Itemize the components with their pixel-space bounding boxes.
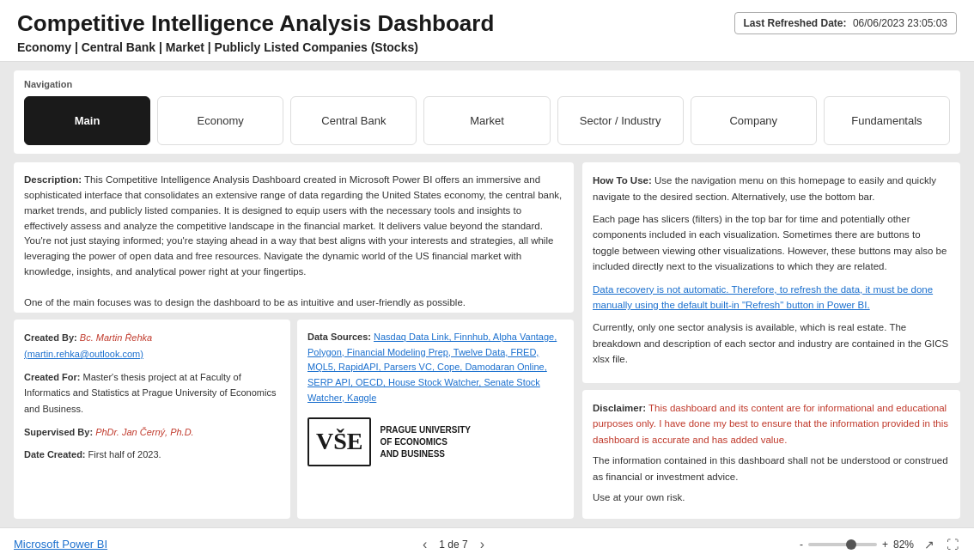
credits-date-label: Date Created:: [24, 449, 86, 460]
data-sources-box: Data Sources: Nasdaq Data Link, Finnhub,…: [297, 320, 574, 519]
page-subtitle: Economy | Central Bank | Market | Public…: [17, 40, 957, 54]
credits-created-by-name: Bc. Martin Řehka: [80, 332, 152, 343]
nav-buttons: Main Economy Central Bank Market Sector …: [24, 96, 950, 145]
howto-para3: Data recovery is not automatic. Therefor…: [593, 282, 950, 313]
data-sources-list: Nasdaq Data Link, Finnhub, Alpha Vantage…: [307, 332, 557, 402]
nav-btn-company[interactable]: Company: [691, 96, 817, 145]
page-current: 1: [439, 539, 445, 551]
description-text: This Competitive Intelligence Analysis D…: [24, 174, 562, 277]
howto-box: How To Use: Use the navigation menu on t…: [582, 162, 960, 383]
disclaimer-text3: Use at your own risk.: [593, 492, 685, 502]
description-text2: One of the main focuses was to design th…: [24, 297, 466, 307]
page-total: 7: [462, 539, 468, 551]
page-info: 1 de 7: [439, 539, 467, 551]
nav-label: Navigation: [24, 79, 950, 89]
credits-box: Created By: Bc. Martin Řehka (martin.reh…: [14, 320, 290, 519]
main-content: Navigation Main Economy Central Bank Mar…: [0, 62, 974, 527]
disclaimer-para1: Disclaimer: This dashboard and its conte…: [593, 400, 950, 447]
zoom-slider[interactable]: [808, 543, 877, 546]
university-symbol: VŠE: [307, 417, 371, 466]
credits-date-value: First half of 2023.: [88, 449, 161, 460]
zoom-thumb: [846, 539, 856, 550]
credits-supervised-by: Supervised By: PhDr. Jan Černý, Ph.D.: [24, 424, 280, 441]
credits-supervised-by-label: Supervised By:: [24, 427, 93, 437]
credits-email[interactable]: (martin.rehka@outlook.com): [24, 349, 143, 359]
description-box: Description: This Competitive Intelligen…: [14, 162, 574, 313]
data-sources-label: Data Sources:: [307, 332, 371, 342]
info-row: Created By: Bc. Martin Řehka (martin.reh…: [14, 320, 574, 519]
credits-created-by: Created By: Bc. Martin Řehka (martin.reh…: [24, 330, 280, 362]
howto-bold: How To Use:: [593, 175, 652, 186]
fullscreen-button[interactable]: ⛶: [945, 536, 960, 553]
footer-center: ‹ 1 de 7 ›: [419, 537, 488, 552]
nav-btn-sector-industry[interactable]: Sector / Industry: [557, 96, 684, 145]
credits-created-for: Created For: Master's thesis project at …: [24, 369, 280, 417]
zoom-minus: -: [800, 539, 803, 551]
zoom-value: 82%: [893, 539, 914, 551]
howto-para4: Currently, only one sector analysis is a…: [593, 320, 950, 367]
nav-btn-fundamentals[interactable]: Fundamentals: [824, 96, 950, 145]
zoom-control: - + 82%: [800, 539, 914, 551]
howto-text3: Data recovery is not automatic. Therefor…: [593, 284, 933, 310]
credits-date: Date Created: First half of 2023.: [24, 447, 280, 463]
credits-supervised-by-name: PhDr. Jan Černý, Ph.D.: [95, 427, 194, 437]
description-bold: Description:: [24, 174, 82, 185]
panels-row: Description: This Competitive Intelligen…: [14, 162, 960, 519]
nav-btn-central-bank[interactable]: Central Bank: [290, 96, 417, 145]
disclaimer-text1: This dashboard and its content are for i…: [593, 403, 948, 445]
share-button[interactable]: ↗: [922, 536, 936, 553]
page-prev-button[interactable]: ‹: [419, 537, 430, 552]
university-name: PRAGUE UNIVERSITY OF ECONOMICS AND BUSIN…: [380, 424, 471, 460]
right-panel: How To Use: Use the navigation menu on t…: [582, 162, 960, 519]
university-logo: VŠE PRAGUE UNIVERSITY OF ECONOMICS AND B…: [307, 417, 563, 466]
credits-created-for-label: Created For:: [24, 372, 80, 382]
disclaimer-bold: Disclaimer:: [593, 403, 646, 413]
left-panel: Description: This Competitive Intelligen…: [14, 162, 574, 519]
refresh-value: 06/06/2023 23:05:03: [853, 17, 947, 29]
disclaimer-para2: The information contained in this dashbo…: [593, 453, 950, 484]
navigation-section: Navigation Main Economy Central Bank Mar…: [14, 70, 960, 154]
credits-created-by-label: Created By:: [24, 332, 77, 343]
disclaimer-para3: Use at your own risk.: [593, 490, 950, 505]
footer: Microsoft Power BI ‹ 1 de 7 › - + 82% ↗ …: [0, 527, 974, 560]
footer-right: - + 82% ↗ ⛶: [800, 536, 960, 553]
refresh-label: Last Refreshed Date:: [744, 17, 847, 29]
disclaimer-box: Disclaimer: This dashboard and its conte…: [582, 390, 960, 519]
howto-para2: Each page has slicers (filters) in the t…: [593, 211, 950, 275]
zoom-plus: +: [882, 539, 888, 551]
header: Competitive Intelligence Analysis Dashbo…: [0, 0, 974, 62]
refresh-badge: Last Refreshed Date: 06/06/2023 23:05:03: [734, 12, 958, 34]
nav-btn-main[interactable]: Main: [24, 96, 150, 145]
page-separator: de: [447, 539, 462, 551]
nav-btn-market[interactable]: Market: [423, 96, 550, 145]
nav-btn-economy[interactable]: Economy: [157, 96, 283, 145]
footer-left: Microsoft Power BI: [14, 538, 107, 551]
data-sources-text: Data Sources: Nasdaq Data Link, Finnhub,…: [307, 330, 563, 405]
page-next-button[interactable]: ›: [477, 537, 488, 552]
powerbi-link[interactable]: Microsoft Power BI: [14, 538, 107, 551]
howto-para1: How To Use: Use the navigation menu on t…: [593, 173, 950, 204]
